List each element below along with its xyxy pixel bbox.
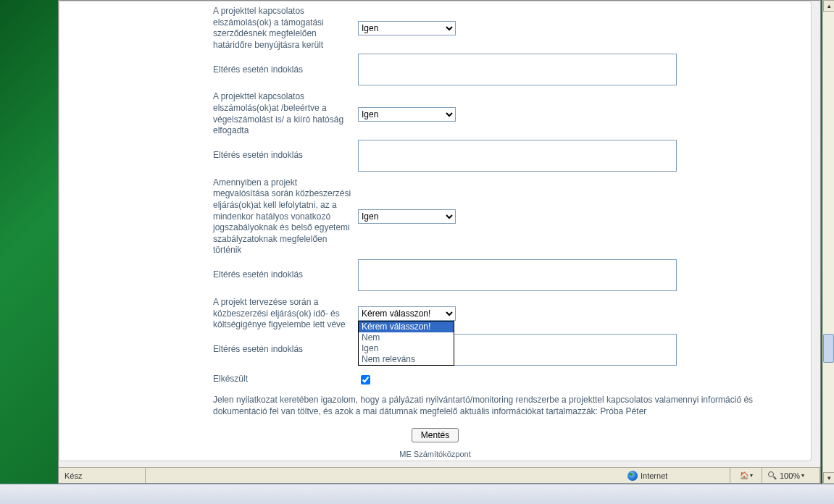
chevron-down-icon: ▾ <box>800 472 804 479</box>
label-elszamolas-benyujtva: A projekttel kapcsolatos elszámolás(ok) … <box>213 6 358 51</box>
page-content: A projekttel kapcsolatos elszámolás(ok) … <box>59 1 812 461</box>
scroll-up-arrow-icon[interactable]: ▴ <box>823 0 834 12</box>
dropdown-item-nem-relevans[interactable]: Nem releváns <box>359 354 454 365</box>
label-indoklas-1: Eltérés esetén indoklás <box>213 64 358 76</box>
dropdown-item-nem[interactable]: Nem <box>359 332 454 343</box>
label-kozbeszerzes-figyelembe: A projekt tervezése során a közbeszerzés… <box>213 297 358 331</box>
status-zoom-text: 100% <box>780 471 800 480</box>
scroll-down-arrow-icon[interactable]: ▾ <box>823 472 834 484</box>
form-row-indoklas-2: Eltérés esetén indoklás <box>59 140 811 172</box>
chevron-down-icon: ▾ <box>748 472 753 479</box>
form-row-kozbeszerzes-figyelembe: A projekt tervezése során a közbeszerzés… <box>59 297 811 331</box>
label-elszamolas-elfogadva: A projekttel kapcsolatos elszámolás(ok)a… <box>213 91 358 136</box>
form-row-elkeszult: Elkészült <box>59 373 811 387</box>
form-row-elszamolas-elfogadva: A projekttel kapcsolatos elszámolás(ok)a… <box>59 91 811 136</box>
globe-icon <box>627 471 638 481</box>
textarea-indoklas-1[interactable] <box>358 54 677 85</box>
status-zone: Internet <box>622 468 730 483</box>
status-ready: Kész <box>59 468 146 483</box>
select-kozbeszerzes-figyelembe[interactable]: Kérem válasszon! <box>358 306 456 321</box>
status-zone-text: Internet <box>641 471 667 480</box>
label-indoklas-4: Eltérés esetén indoklás <box>213 344 358 356</box>
select-elszamolas-benyujtva[interactable]: Igen <box>358 21 456 35</box>
form-row-kozbeszerzes-megfelelo: Amennyiben a projekt megvalósítása során… <box>59 177 811 256</box>
browser-scrollbar-vertical[interactable]: ▴ ▾ <box>822 0 834 484</box>
status-zoom[interactable]: 100% ▾ <box>762 468 820 483</box>
status-protected-mode[interactable]: 🏠 ▾ <box>730 468 762 483</box>
save-button[interactable]: Mentés <box>412 428 459 442</box>
scroll-thumb[interactable] <box>823 334 834 363</box>
page-icon: 🏠 <box>740 471 748 479</box>
form-row-indoklas-3: Eltérés esetén indoklás <box>59 259 811 291</box>
windows-taskbar <box>0 484 834 504</box>
form-area: A projekttel kapcsolatos elszámolás(ok) … <box>59 1 811 461</box>
desktop-background: A projekttel kapcsolatos elszámolás(ok) … <box>0 0 834 504</box>
dropdown-item-igen[interactable]: Igen <box>359 343 454 354</box>
scroll-track[interactable] <box>823 12 834 472</box>
button-row: Mentés <box>59 422 811 448</box>
select-elszamolas-elfogadva[interactable]: Igen <box>358 107 456 122</box>
label-indoklas-3: Eltérés esetén indoklás <box>213 269 358 281</box>
dropdown-open-kozbeszerzes-figyelembe: Kérem válasszon! Nem Igen Nem releváns <box>358 321 454 366</box>
label-elkeszult: Elkészült <box>213 374 358 385</box>
browser-statusbar: Kész Internet 🏠 ▾ 100% ▾ <box>59 467 820 483</box>
declaration-text: Jelen nyilatkozat keretében igazolom, ho… <box>59 390 811 423</box>
textarea-indoklas-3[interactable] <box>358 259 677 291</box>
form-row-indoklas-1: Eltérés esetén indoklás <box>59 54 811 85</box>
browser-window: A projekttel kapcsolatos elszámolás(ok) … <box>58 0 821 484</box>
select-kozbeszerzes-megfelelo[interactable]: Igen <box>358 209 456 224</box>
checkbox-elkeszult[interactable] <box>361 375 370 385</box>
textarea-indoklas-2[interactable] <box>358 140 677 172</box>
dropdown-item-kerem-valasszon[interactable]: Kérem válasszon! <box>359 322 454 332</box>
label-indoklas-2: Eltérés esetén indoklás <box>213 150 358 161</box>
footer-label: ME Számítóközpont <box>59 448 811 461</box>
zoom-icon <box>768 471 777 480</box>
label-kozbeszerzes-megfelelo: Amennyiben a projekt megvalósítása során… <box>213 177 358 256</box>
form-row-elszamolas-benyujtva: A projekttel kapcsolatos elszámolás(ok) … <box>59 6 811 51</box>
browser-viewport: A projekttel kapcsolatos elszámolás(ok) … <box>59 1 820 467</box>
